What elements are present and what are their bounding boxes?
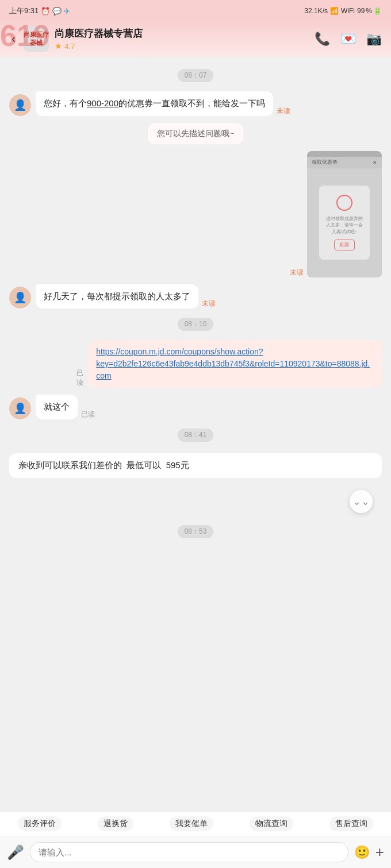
read-label-3: 已读 — [81, 410, 95, 419]
clock-icon: ⏰ — [41, 7, 50, 16]
status-time: 上午9:31 ⏰ 💬 ✈ — [9, 6, 70, 16]
emoji-button[interactable]: 🙂 — [354, 845, 370, 860]
user-avatar-2: 👤 — [9, 287, 31, 308]
store-rating: ★ 4.7 — [55, 41, 315, 51]
image-bubble[interactable]: 领取优惠券 ✕ 这时领取优惠券的人太多，请等一会儿再试试吧~ 刷新 — [307, 151, 382, 277]
wifi-icon: WiFi — [341, 7, 355, 15]
unread-label-2: 未读 — [202, 299, 216, 308]
add-button[interactable]: + — [375, 843, 384, 861]
status-bar: 上午9:31 ⏰ 💬 ✈ 32.1K/s 📶 WiFi 99% 🔋 — [0, 0, 391, 21]
network-speed: 32.1K/s — [304, 7, 328, 15]
time-display: 上午9:31 — [9, 6, 39, 16]
user-avatar: 👤 — [9, 94, 31, 116]
timestamp-0853: 08：53 — [178, 525, 214, 538]
user-avatar-3: 👤 — [9, 398, 31, 419]
star-icon: ★ — [55, 41, 62, 51]
bubble-incoming-1: 您好，有个900-200的优惠券一直领取不到，能给发一下吗 — [36, 91, 273, 116]
battery-icon: 🔋 — [373, 7, 382, 15]
rating-value: 4.7 — [64, 42, 75, 51]
store-info: 尚康医疗器械专营店 ★ 4.7 — [55, 27, 315, 51]
unread-label-1: 未读 — [277, 106, 290, 116]
describe-bubble: 您可以先描述问题哦~ — [148, 123, 243, 144]
mic-button[interactable]: 🎤 — [7, 844, 24, 861]
bubble-incoming-3: 就这个 — [36, 395, 78, 419]
toolbar-btn-urge[interactable]: 我要催单 — [170, 816, 213, 831]
store-name: 尚康医疗器械专营店 — [55, 27, 315, 40]
bottom-toolbar: 服务评价 退换货 我要催单 物流查询 售后查询 — [0, 811, 391, 836]
phone-icon[interactable]: 📞 — [315, 32, 330, 47]
wechat-icon: 💬 — [52, 7, 62, 16]
toolbar-btn-exchange[interactable]: 退换货 — [98, 816, 133, 831]
read-label-link: 已读 — [76, 368, 85, 388]
bubble-link[interactable]: https://coupon.m.jd.com/coupons/show.act… — [88, 340, 382, 388]
msg-outgoing-image: 领取优惠券 ✕ 这时领取优惠券的人太多，请等一会儿再试试吧~ 刷新 — [9, 151, 382, 277]
timestamp-0807: 08：07 — [178, 69, 214, 82]
timestamp-0841: 08：41 — [178, 429, 214, 442]
status-right: 32.1K/s 📶 WiFi 99% 🔋 — [304, 7, 382, 15]
coupon-text: 900-200 — [87, 98, 118, 108]
msg-incoming-3: 👤 就这个 已读 — [9, 395, 382, 419]
telegram-icon: ✈ — [64, 7, 70, 16]
toolbar-btn-rating[interactable]: 服务评价 — [18, 816, 62, 831]
input-bar: 🎤 🙂 + — [0, 836, 391, 868]
store-avatar: 尚康医疗 器械 — [24, 26, 49, 52]
message-icon[interactable]: 💌 — [340, 32, 356, 47]
header-actions: 📞 💌 📷 — [315, 32, 382, 47]
msg-incoming-1: 👤 您好，有个900-200的优惠券一直领取不到，能给发一下吗 未读 — [9, 91, 382, 116]
timestamp-0810: 08：10 — [178, 318, 214, 331]
chat-input[interactable] — [30, 842, 348, 862]
msg-full-width: 亲收到可以联系我们差价的 最低可以 595元 — [9, 453, 382, 478]
signal-icon: 📶 — [330, 7, 339, 15]
chat-area: 08：07 👤 您好，有个900-200的优惠券一直领取不到，能给发一下吗 未读… — [0, 57, 391, 811]
battery-display: 99% 🔋 — [357, 7, 382, 15]
scroll-down-button[interactable]: ⌄⌄ — [350, 490, 373, 513]
toolbar-btn-aftersale[interactable]: 售后查询 — [329, 816, 373, 831]
msg-incoming-2: 👤 好几天了，每次都提示领取的人太多了 未读 — [9, 284, 382, 309]
msg-outgoing-system: 您可以先描述问题哦~ — [9, 123, 382, 144]
back-button[interactable]: ‹ — [9, 29, 18, 49]
chevron-down-icon: ⌄⌄ — [352, 495, 370, 508]
unread-label-img: 未读 — [290, 268, 304, 277]
bubble-incoming-2: 好几天了，每次都提示领取的人太多了 — [36, 284, 198, 309]
scroll-area: ⌄⌄ — [9, 487, 382, 516]
msg-outgoing-link: https://coupon.m.jd.com/coupons/show.act… — [9, 340, 382, 388]
camera-icon[interactable]: 📷 — [366, 32, 382, 47]
toolbar-btn-logistics[interactable]: 物流查询 — [250, 816, 293, 831]
chat-header: 619 ‹ 尚康医疗 器械 尚康医疗器械专营店 ★ 4.7 📞 💌 📷 — [0, 21, 391, 57]
